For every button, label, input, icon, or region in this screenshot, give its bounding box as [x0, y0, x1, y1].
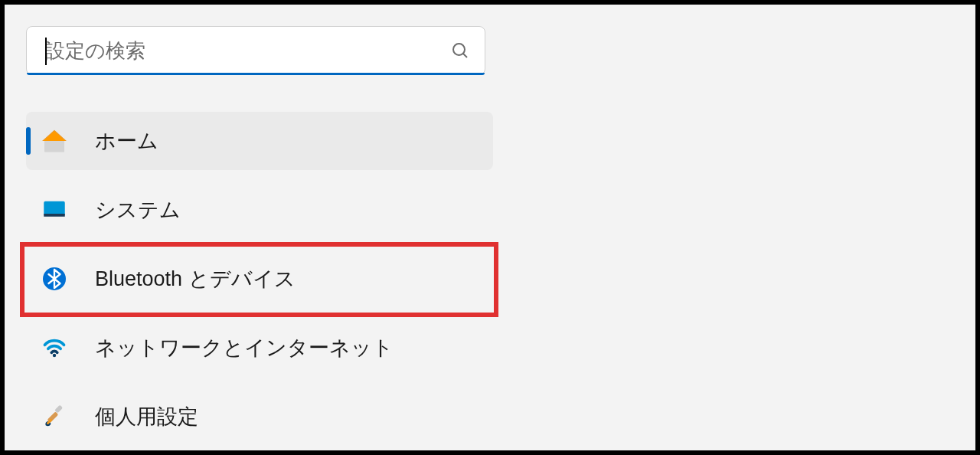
svg-point-0 — [453, 44, 465, 55]
search-icon — [451, 41, 469, 60]
system-icon — [40, 195, 69, 224]
svg-line-1 — [463, 54, 467, 57]
svg-marker-4 — [44, 131, 66, 141]
sidebar-item-label: Bluetooth とデバイス — [95, 265, 296, 293]
sidebar-item-label: 個人用設定 — [95, 403, 198, 430]
text-caret — [45, 38, 47, 65]
svg-rect-7 — [44, 214, 65, 217]
sidebar-item-home[interactable]: ホーム — [26, 112, 493, 170]
svg-rect-6 — [44, 201, 65, 216]
search-settings-field[interactable] — [26, 26, 485, 75]
sidebar-item-label: システム — [95, 196, 181, 224]
sidebar-item-network[interactable]: ネットワークとインターネット — [26, 319, 493, 377]
sidebar-item-system[interactable]: システム — [26, 181, 493, 239]
network-icon — [40, 333, 69, 362]
svg-rect-5 — [44, 141, 64, 152]
svg-rect-11 — [54, 405, 63, 414]
home-icon — [40, 126, 69, 155]
sidebar-item-label: ホーム — [95, 127, 158, 155]
svg-point-9 — [53, 354, 56, 357]
bluetooth-icon — [40, 264, 69, 293]
personalize-icon — [40, 402, 69, 431]
sidebar-item-label: ネットワークとインターネット — [95, 334, 394, 362]
settings-nav: ホーム システム Bluetooth とデバイス — [26, 112, 493, 446]
settings-sidebar-frame: ホーム システム Bluetooth とデバイス — [0, 0, 980, 455]
sidebar-item-personalization[interactable]: 個人用設定 — [26, 388, 493, 446]
sidebar-item-bluetooth[interactable]: Bluetooth とデバイス — [26, 250, 493, 308]
search-input[interactable] — [45, 39, 451, 63]
